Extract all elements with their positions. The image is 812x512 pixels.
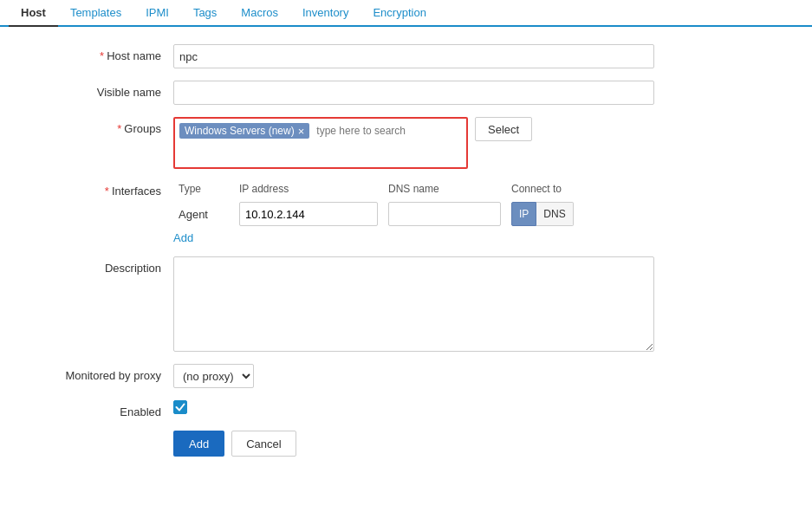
group-chip: Windows Servers (new) × [179, 123, 309, 139]
tab-ipmi[interactable]: IPMI [133, 0, 181, 27]
interfaces-required-marker: * [105, 185, 109, 198]
groups-search-input[interactable] [313, 123, 443, 139]
interfaces-content: Type IP address DNS name Connect to Agen… [173, 181, 777, 244]
visible-name-row: Visible name [35, 81, 777, 105]
interfaces-row: *Interfaces Type IP address DNS name Con… [35, 181, 777, 244]
connect-dns-button[interactable]: DNS [536, 202, 573, 226]
tab-encryption[interactable]: Encryption [361, 0, 438, 27]
connect-ip-button[interactable]: IP [511, 202, 536, 226]
visible-name-input[interactable] [173, 81, 654, 105]
interfaces-label: *Interfaces [35, 181, 173, 198]
group-chip-remove[interactable]: × [298, 126, 305, 137]
tab-templates[interactable]: Templates [58, 0, 133, 27]
select-button[interactable]: Select [475, 117, 532, 141]
visible-name-label: Visible name [35, 81, 173, 99]
host-form: *Host name Visible name *Groups Windows … [0, 27, 812, 486]
description-label: Description [35, 256, 173, 275]
group-chip-label: Windows Servers (new) [185, 125, 295, 137]
tabs-bar: Host Templates IPMI Tags Macros Inventor… [0, 0, 812, 27]
col-ip-header: IP address [234, 181, 383, 200]
iface-type-label: Agent [173, 200, 234, 228]
cancel-button[interactable]: Cancel [231, 431, 296, 457]
enabled-label: Enabled [35, 400, 173, 418]
add-button[interactable]: Add [173, 431, 224, 457]
interfaces-table: Type IP address DNS name Connect to Agen… [173, 181, 777, 228]
monitored-row: Monitored by proxy (no proxy) [35, 364, 777, 388]
enabled-row: Enabled [35, 400, 777, 418]
add-interface-row: Add [173, 231, 777, 244]
iface-ip-input[interactable] [239, 202, 378, 226]
description-textarea[interactable] [173, 256, 654, 352]
interface-row: Agent IPDNS [173, 200, 777, 228]
description-row: Description [35, 256, 777, 352]
host-name-label: *Host name [35, 44, 173, 62]
proxy-select[interactable]: (no proxy) [173, 364, 254, 388]
tab-host[interactable]: Host [9, 0, 58, 27]
action-buttons-row: Add Cancel [173, 431, 777, 457]
col-dns-header: DNS name [383, 181, 506, 200]
col-connect-header: Connect to [506, 181, 777, 200]
host-name-input[interactable] [173, 44, 654, 68]
groups-input-box[interactable]: Windows Servers (new) × [173, 117, 468, 169]
tab-tags[interactable]: Tags [181, 0, 229, 27]
tab-inventory[interactable]: Inventory [290, 0, 361, 27]
host-name-row: *Host name [35, 44, 777, 68]
iface-dns-input[interactable] [388, 202, 501, 226]
add-interface-link[interactable]: Add [173, 231, 193, 244]
groups-field-outer: Windows Servers (new) × Select [173, 117, 532, 169]
required-marker: * [100, 49, 104, 62]
enabled-checkbox[interactable] [173, 400, 187, 414]
col-type-header: Type [173, 181, 234, 200]
groups-required-marker: * [117, 122, 121, 135]
monitored-label: Monitored by proxy [35, 364, 173, 382]
tab-macros[interactable]: Macros [229, 0, 290, 27]
groups-row: *Groups Windows Servers (new) × Select [35, 117, 777, 169]
groups-label: *Groups [35, 117, 173, 135]
